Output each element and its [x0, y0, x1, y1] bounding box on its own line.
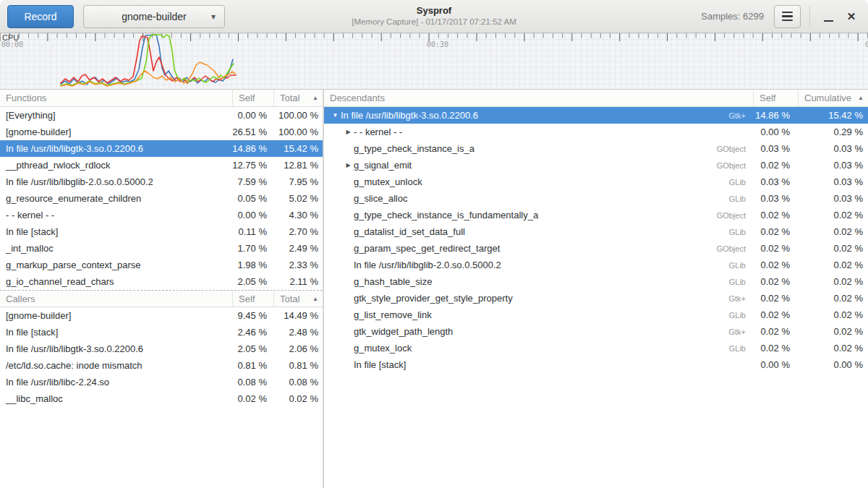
descendant-row[interactable]: gtk_style_provider_get_style_propertyGtk… [324, 290, 868, 307]
sort-ascending-icon: ▲ [312, 95, 323, 101]
caller-row-self: 2.46 % [232, 327, 273, 338]
descendant-name-cell: g_mutex_lockGLib [324, 343, 753, 354]
descendants-column-header[interactable]: Descendants [324, 90, 753, 106]
descendant-row[interactable]: g_type_check_instance_is_fundamentally_a… [324, 207, 868, 223]
descendant-row[interactable]: g_type_check_instance_is_aGObject0.03 %0… [324, 140, 868, 157]
descendant-self: 0.02 % [753, 260, 798, 270]
caller-row[interactable]: [gnome-builder]9.45 %14.49 % [0, 307, 323, 324]
caller-row-total: 0.81 % [273, 360, 323, 371]
descendant-self: 0.02 % [753, 210, 798, 221]
function-row[interactable]: - - kernel - -0.00 %4.30 % [0, 207, 323, 223]
descendant-row[interactable]: In file [stack]0.00 %0.00 % [324, 356, 868, 373]
descendant-name-cell: In file [stack] [324, 359, 753, 370]
caller-row-total: 2.48 % [273, 327, 323, 338]
library-tag: GObject [717, 161, 753, 170]
descendant-name-cell: g_param_spec_get_redirect_targetGObject [324, 243, 753, 254]
descendant-row[interactable]: g_hash_table_sizeGLib0.02 %0.02 % [324, 273, 868, 290]
functions-table-header: Functions Self Total ▲ [0, 90, 323, 107]
caller-row[interactable]: In file [stack]2.46 %2.48 % [0, 324, 323, 341]
caller-row[interactable]: In file /usr/lib/libc-2.24.so0.08 %0.08 … [0, 374, 323, 390]
function-row[interactable]: In file /usr/lib/libgtk-3.so.0.2200.614.… [0, 140, 323, 157]
function-row-name: g_resource_enumerate_children [0, 193, 232, 204]
function-row[interactable]: [gnome-builder]26.51 %100.00 % [0, 124, 323, 140]
descendant-row[interactable]: ▶- - kernel - -0.00 %0.29 % [324, 124, 868, 140]
expander-closed-icon[interactable]: ▶ [343, 162, 354, 168]
descendant-row[interactable]: gtk_widget_path_lengthGtk+0.02 %0.02 % [324, 323, 868, 340]
descendant-row[interactable]: In file /usr/lib/libglib-2.0.so.0.5000.2… [324, 257, 868, 273]
function-row-name: In file [stack] [0, 226, 232, 237]
descendant-cumulative: 0.02 % [798, 276, 868, 287]
function-row[interactable]: g_resource_enumerate_children0.05 %5.02 … [0, 190, 323, 207]
close-button[interactable]: ✕ [842, 5, 861, 28]
descendant-name: g_mutex_lock [354, 343, 412, 354]
descendant-self: 14.86 % [753, 110, 798, 121]
function-row-total: 2.70 % [273, 226, 323, 237]
descendant-name-cell: ▼In file /usr/lib/libgtk-3.so.0.2200.6Gt… [324, 110, 753, 121]
function-row-name: _int_malloc [0, 243, 232, 254]
function-row[interactable]: __pthread_rwlock_rdlock12.75 %12.81 % [0, 157, 323, 174]
caller-row-name: __libc_malloc [0, 393, 232, 404]
functions-self-column-header[interactable]: Self [232, 90, 273, 106]
descendant-row[interactable]: g_mutex_lockGLib0.02 %0.02 % [324, 340, 868, 356]
function-row-total: 15.42 % [273, 143, 323, 154]
descendant-row[interactable]: ▶g_signal_emitGObject0.02 %0.03 % [324, 157, 868, 174]
function-row[interactable]: [Everything]0.00 %100.00 % [0, 107, 323, 124]
record-button[interactable]: Record [7, 5, 74, 28]
caller-row-name: /etc/ld.so.cache: inode mismatch [0, 360, 232, 371]
descendant-cumulative: 0.02 % [798, 210, 868, 221]
descendant-self: 0.02 % [753, 343, 798, 354]
callers-column-header[interactable]: Callers [0, 291, 232, 307]
function-row-self: 0.00 % [232, 210, 273, 221]
page-title: Sysprof [352, 5, 516, 17]
descendant-cumulative: 0.03 % [798, 193, 868, 204]
descendants-self-column-header[interactable]: Self [753, 90, 798, 106]
time-axis-label: 00:30 [427, 40, 448, 48]
descendant-row[interactable]: g_mutex_unlockGLib0.03 %0.03 % [324, 174, 868, 190]
library-tag: Gtk+ [728, 111, 753, 120]
callers-self-column-header[interactable]: Self [232, 291, 273, 307]
descendant-self: 0.02 % [753, 276, 798, 287]
caller-row[interactable]: __libc_malloc0.02 %0.02 % [0, 390, 323, 407]
cpu-orange-line [61, 62, 235, 86]
cpu-usage-graph[interactable]: CPU 00:0000:3001:00 [0, 33, 868, 90]
caller-row[interactable]: /etc/ld.so.cache: inode mismatch0.81 %0.… [0, 357, 323, 374]
descendant-row[interactable]: g_slice_allocGLib0.03 %0.03 % [324, 190, 868, 207]
function-row[interactable]: g_markup_parse_context_parse1.98 %2.33 % [0, 257, 323, 273]
function-row[interactable]: In file /usr/lib/libglib-2.0.so.0.5000.2… [0, 174, 323, 190]
hamburger-menu-button[interactable] [774, 5, 801, 28]
descendant-row[interactable]: g_list_remove_linkGLib0.02 %0.02 % [324, 307, 868, 323]
function-row[interactable]: g_io_channel_read_chars2.05 %2.11 % [0, 273, 323, 290]
callers-total-column-header[interactable]: Total ▲ [273, 291, 323, 307]
process-selector-dropdown[interactable]: gnome-builder ▾ [83, 5, 225, 28]
caller-row[interactable]: In file /usr/lib/libgtk-3.so.0.2200.62.0… [0, 341, 323, 357]
descendant-name-cell: g_type_check_instance_is_aGObject [324, 143, 753, 154]
descendant-row[interactable]: g_datalist_id_set_data_fullGLib0.02 %0.0… [324, 223, 868, 240]
descendant-cumulative: 0.02 % [798, 293, 868, 304]
library-tag: Gtk+ [728, 294, 753, 303]
minimize-button[interactable] [819, 5, 838, 28]
functions-total-column-header[interactable]: Total ▲ [273, 90, 323, 106]
function-row[interactable]: In file [stack]0.11 %2.70 % [0, 223, 323, 240]
descendant-cumulative: 0.29 % [798, 127, 868, 137]
descendant-self: 0.00 % [753, 127, 798, 137]
function-row-self: 0.11 % [232, 226, 273, 237]
caller-row-name: In file /usr/lib/libgtk-3.so.0.2200.6 [0, 343, 232, 354]
function-row-name: [Everything] [0, 110, 232, 121]
library-tag: GLib [729, 261, 753, 270]
descendant-name: g_datalist_id_set_data_full [354, 226, 465, 237]
descendant-self: 0.03 % [753, 193, 798, 204]
functions-column-header[interactable]: Functions [0, 90, 232, 106]
descendants-cumulative-column-header[interactable]: Cumulative ▲ [798, 90, 868, 106]
descendant-row[interactable]: g_param_spec_get_redirect_targetGObject0… [324, 240, 868, 257]
descendant-name-cell: gtk_style_provider_get_style_propertyGtk… [324, 293, 753, 304]
expander-closed-icon[interactable]: ▶ [343, 129, 354, 135]
function-row[interactable]: _int_malloc1.70 %2.49 % [0, 240, 323, 257]
functions-table-body: [Everything]0.00 %100.00 %[gnome-builder… [0, 107, 323, 290]
expander-open-icon[interactable]: ▼ [330, 112, 341, 119]
descendant-row[interactable]: ▼In file /usr/lib/libgtk-3.so.0.2200.6Gt… [324, 107, 868, 124]
descendant-cumulative: 0.02 % [798, 343, 868, 354]
descendant-cumulative: 0.02 % [798, 309, 868, 320]
window-title-block: Sysprof [Memory Capture] - 01/17/2017 07… [352, 5, 516, 27]
caller-row-self: 2.05 % [232, 343, 273, 354]
caller-row-name: [gnome-builder] [0, 310, 232, 321]
